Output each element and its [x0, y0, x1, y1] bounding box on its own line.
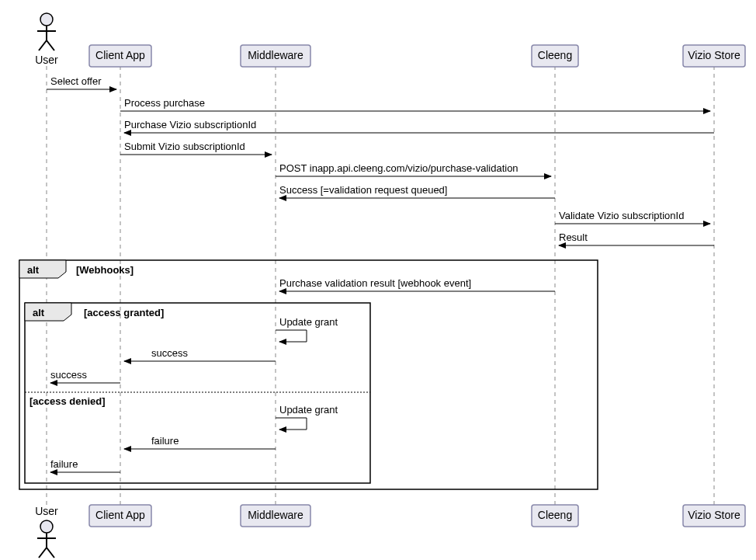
participant-client-app-label: Client App [95, 49, 145, 61]
msg-success-to-client-label: success [151, 347, 188, 359]
actor-user-top: User [35, 13, 58, 66]
participant-cleeng-bottom-label: Cleeng [538, 509, 572, 521]
alt-inner-tab [25, 303, 71, 321]
msg-update-grant-1 [276, 330, 307, 342]
actor-user-label: User [35, 54, 58, 66]
participant-cleeng-label: Cleeng [538, 49, 572, 61]
msg-update-grant-2-label: Update grant [279, 404, 338, 416]
msg-failure-to-user-label: failure [50, 458, 78, 470]
msg-failure-to-client-label: failure [151, 435, 179, 447]
svg-line-9 [39, 548, 47, 558]
participant-vizio-store-bottom-label: Vizio Store [688, 509, 740, 521]
msg-purchase-sub-id-label: Purchase Vizio subscriptionId [124, 119, 256, 130]
alt-outer-cond: [Webhooks] [76, 264, 134, 276]
sequence-diagram: User Client App Middleware Cleeng Vizio … [8, 8, 756, 560]
svg-point-6 [40, 520, 53, 533]
alt-outer-box [19, 260, 598, 489]
alt-outer-tab [19, 260, 66, 278]
msg-select-offer-label: Select offer [50, 75, 102, 87]
alt-inner-cond1: [access granted] [84, 307, 164, 318]
alt-inner-box [25, 303, 370, 483]
svg-line-5 [47, 40, 54, 50]
msg-success-to-user-label: success [50, 369, 87, 381]
participant-vizio-store-label: Vizio Store [688, 49, 740, 61]
msg-success-queued-label: Success [=validation request queued] [279, 184, 447, 196]
participant-client-app-bottom-label: Client App [95, 509, 145, 521]
svg-line-10 [47, 548, 54, 558]
alt-inner-label: alt [33, 307, 45, 318]
actor-user-bottom-label: User [35, 505, 58, 517]
svg-line-4 [39, 40, 47, 50]
msg-webhook-result-label: Purchase validation result [webhook even… [279, 277, 471, 289]
msg-post-validation-label: POST inapp.api.cleeng.com/vizio/purchase… [279, 162, 518, 174]
participant-middleware-bottom-label: Middleware [248, 509, 303, 521]
msg-update-grant-2 [276, 418, 307, 430]
svg-point-1 [40, 13, 53, 26]
alt-inner-cond2: [access denied] [29, 395, 106, 407]
actor-user-bottom: User [35, 505, 58, 558]
alt-outer-label: alt [27, 264, 40, 276]
msg-update-grant-1-label: Update grant [279, 316, 338, 328]
msg-submit-sub-id-label: Submit Vizio subscriptionId [124, 141, 245, 152]
msg-result-label: Result [559, 231, 588, 243]
msg-validate-label: Validate Vizio subscriptionId [559, 210, 684, 221]
msg-process-purchase-label: Process purchase [124, 97, 205, 109]
participant-middleware-label: Middleware [248, 49, 303, 61]
